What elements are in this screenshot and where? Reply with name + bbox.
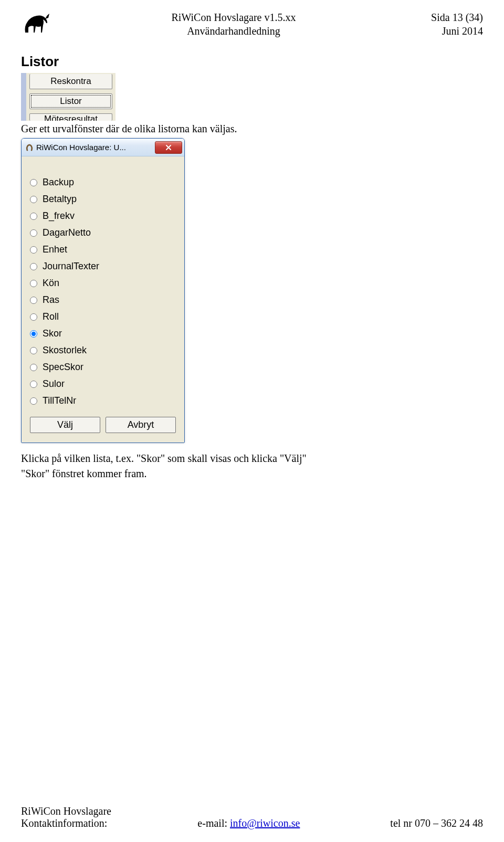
radio-input[interactable] [30, 381, 37, 388]
intro-paragraph: Ger ett urvalfönster där de olika listor… [21, 123, 483, 135]
radio-input[interactable] [30, 397, 37, 405]
sidebar-btn-reskontra[interactable]: Reskontra [29, 74, 112, 89]
ok-button[interactable]: Välj [30, 417, 100, 433]
radio-label: Roll [43, 311, 59, 322]
radio-input[interactable] [30, 297, 37, 304]
section-heading: Listor [21, 54, 483, 70]
radio-input[interactable] [30, 196, 37, 203]
radio-option[interactable]: SpecSkor [28, 362, 178, 373]
radio-option[interactable]: Skostorlek [28, 345, 178, 356]
dialog-title: RiWiCon Hovslagare: U... [36, 143, 155, 152]
radio-label: SpecSkor [43, 362, 83, 373]
radio-option[interactable]: Backup [28, 177, 178, 188]
radio-option[interactable]: Roll [28, 311, 178, 322]
cancel-button[interactable]: Avbryt [106, 417, 176, 433]
radio-label: Skor [43, 328, 62, 339]
radio-label: Ras [43, 294, 59, 306]
selection-dialog: RiWiCon Hovslagare: U... BackupBetaltypB… [21, 138, 185, 443]
radio-option[interactable]: Sulor [28, 378, 178, 390]
radio-label: Skostorlek [43, 345, 87, 356]
radio-input[interactable] [30, 179, 37, 186]
radio-option[interactable]: JournalTexter [28, 261, 178, 272]
radio-input[interactable] [30, 213, 37, 220]
footer-email-label: e-mail: [197, 817, 230, 829]
radio-option[interactable]: DagarNetto [28, 227, 178, 238]
doc-subtitle: Användarhandledning [63, 24, 404, 38]
radio-input[interactable] [30, 229, 37, 237]
radio-option[interactable]: Betaltyp [28, 194, 178, 205]
instruction-line-1: Klicka på vilken lista, t.ex. "Skor" som… [21, 452, 483, 465]
doc-date: Juni 2014 [404, 24, 483, 38]
radio-input[interactable] [30, 313, 37, 321]
sidebar-btn-listor[interactable]: Listor [29, 93, 112, 109]
footer-company: RiWiCon Hovslagare [21, 805, 483, 817]
radio-option[interactable]: Ras [28, 294, 178, 306]
close-icon [165, 144, 172, 151]
radio-label: Backup [43, 177, 74, 188]
radio-input[interactable] [30, 280, 37, 287]
radio-option[interactable]: TillTelNr [28, 395, 178, 406]
radio-label: DagarNetto [43, 227, 91, 238]
footer-phone: tel nr 070 – 362 24 48 [390, 817, 483, 829]
horseshoe-icon [25, 143, 34, 152]
instruction-line-2: "Skor" fönstret kommer fram. [21, 468, 483, 480]
radio-input[interactable] [30, 347, 37, 354]
radio-option[interactable]: B_frekv [28, 210, 178, 222]
radio-label: Enhet [43, 244, 67, 255]
radio-option[interactable]: Skor [28, 328, 178, 339]
radio-option[interactable]: Enhet [28, 244, 178, 255]
radio-input[interactable] [30, 330, 37, 338]
page-number: Sida 13 (34) [404, 10, 483, 24]
page-header: RiWiCon Hovslagare v1.5.xx Användarhandl… [21, 10, 483, 38]
radio-label: JournalTexter [43, 261, 99, 272]
sidebar-screenshot: Reskontra Listor Mötesresultat [21, 73, 116, 121]
page-footer: RiWiCon Hovslagare Kontaktinformation: e… [21, 805, 483, 829]
dialog-titlebar: RiWiCon Hovslagare: U... [22, 139, 184, 156]
close-button[interactable] [155, 141, 182, 154]
doc-title: RiWiCon Hovslagare v1.5.xx [63, 10, 404, 24]
footer-email-link[interactable]: info@riwicon.se [230, 817, 300, 829]
footer-contact-label: Kontaktinformation: [21, 817, 107, 829]
radio-option-list: BackupBetaltypB_frekvDagarNettoEnhetJour… [28, 177, 178, 406]
horse-logo-icon [21, 10, 52, 37]
radio-input[interactable] [30, 263, 37, 270]
radio-input[interactable] [30, 364, 37, 371]
radio-label: TillTelNr [43, 395, 76, 406]
radio-option[interactable]: Kön [28, 278, 178, 289]
sidebar-btn-motesresultat[interactable]: Mötesresultat [29, 113, 112, 121]
radio-label: Kön [43, 278, 59, 289]
radio-input[interactable] [30, 246, 37, 254]
radio-label: B_frekv [43, 210, 75, 222]
radio-label: Sulor [43, 378, 65, 390]
radio-label: Betaltyp [43, 194, 77, 205]
